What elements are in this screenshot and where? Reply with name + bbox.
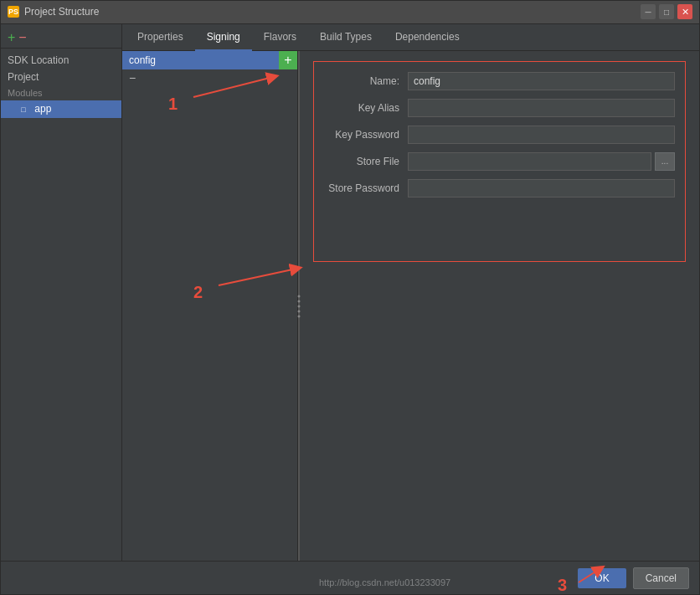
- title-bar-left: PS Project Structure: [8, 6, 99, 18]
- maximize-button[interactable]: □: [659, 4, 674, 19]
- tab-dependencies[interactable]: Dependencies: [383, 24, 471, 51]
- key-password-input[interactable]: [408, 126, 675, 144]
- store-password-input[interactable]: [408, 179, 675, 197]
- module-icon: □: [18, 104, 29, 115]
- close-button[interactable]: ✕: [677, 4, 692, 19]
- tab-flavors[interactable]: Flavors: [252, 24, 308, 51]
- window-controls: ─ □ ✕: [641, 4, 692, 19]
- browse-button[interactable]: ...: [655, 152, 675, 171]
- store-file-controls: ...: [408, 152, 675, 171]
- app-icon: PS: [8, 6, 19, 18]
- key-alias-row: Key Alias: [324, 99, 675, 117]
- store-file-row: Store File ...: [324, 152, 675, 171]
- panel-content: config + −: [122, 51, 699, 561]
- config-add-button[interactable]: +: [279, 51, 297, 69]
- key-password-label: Key Password: [324, 129, 408, 141]
- divider-dots: [298, 295, 301, 317]
- config-item-row: config +: [122, 51, 297, 69]
- form-panel: Name: Key Alias Key Password: [300, 51, 699, 561]
- store-file-input[interactable]: [408, 152, 651, 171]
- key-alias-input[interactable]: [408, 99, 675, 117]
- tabs-bar: Properties Signing Flavors Build Types D…: [122, 24, 699, 51]
- sidebar-toolbar: + −: [1, 28, 121, 49]
- store-password-label: Store Password: [324, 182, 408, 194]
- key-password-row: Key Password: [324, 126, 675, 144]
- content-area: Properties Signing Flavors Build Types D…: [122, 24, 699, 561]
- bottom-bar: OK Cancel: [1, 561, 699, 594]
- title-bar: PS Project Structure ─ □ ✕: [1, 1, 699, 24]
- signing-form: Name: Key Alias Key Password: [313, 61, 686, 262]
- ok-button[interactable]: OK: [578, 568, 625, 588]
- main-layout: + − SDK Location Project Modules □ app P…: [1, 24, 699, 561]
- tab-signing[interactable]: Signing: [195, 24, 252, 51]
- store-file-label: Store File: [324, 156, 408, 167]
- sidebar-item-app[interactable]: □ app: [1, 100, 121, 118]
- tab-build-types[interactable]: Build Types: [308, 24, 383, 51]
- sidebar-item-project[interactable]: Project: [1, 69, 121, 85]
- name-input[interactable]: [408, 72, 675, 90]
- project-structure-window: PS Project Structure ─ □ ✕ + − SDK Locat…: [0, 0, 700, 595]
- name-label: Name:: [324, 75, 408, 87]
- cancel-button[interactable]: Cancel: [633, 567, 689, 589]
- sidebar-remove-button[interactable]: −: [18, 31, 26, 44]
- store-password-row: Store Password: [324, 179, 675, 197]
- window-title: Project Structure: [24, 6, 99, 18]
- sidebar-add-button[interactable]: +: [8, 31, 15, 44]
- config-panel: config + −: [122, 51, 298, 561]
- sidebar: + − SDK Location Project Modules □ app: [1, 24, 122, 561]
- config-remove-button[interactable]: −: [122, 69, 297, 85]
- sidebar-item-sdk-location[interactable]: SDK Location: [1, 52, 121, 69]
- key-alias-label: Key Alias: [324, 102, 408, 114]
- name-row: Name:: [324, 72, 675, 90]
- config-item-label[interactable]: config: [122, 51, 279, 69]
- sidebar-section-modules: Modules: [1, 85, 121, 100]
- minimize-button[interactable]: ─: [641, 4, 656, 19]
- resize-divider[interactable]: [298, 51, 300, 561]
- tab-properties[interactable]: Properties: [126, 24, 195, 51]
